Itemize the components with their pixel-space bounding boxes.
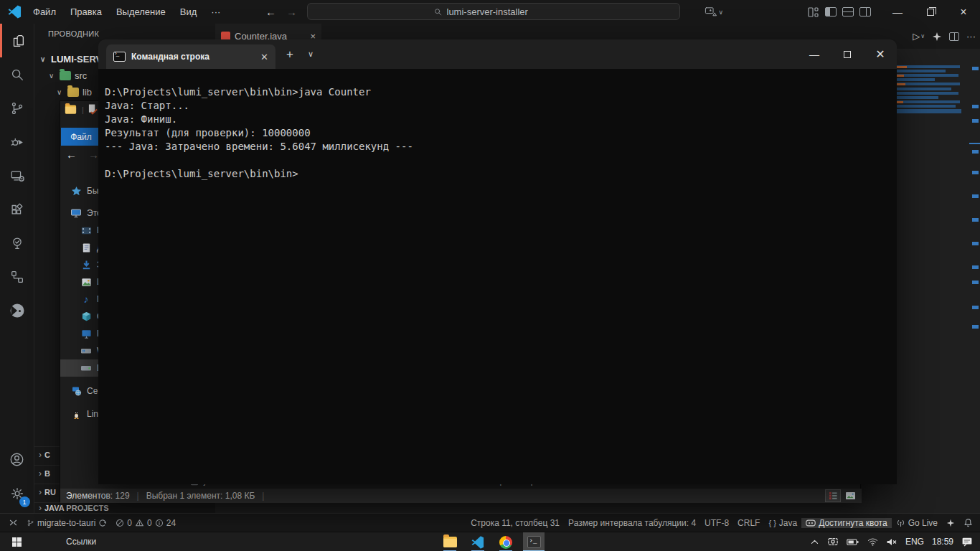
- screen-capture-icon[interactable]: [827, 537, 839, 547]
- taskbar-terminal-button[interactable]: ›_: [523, 532, 545, 551]
- terminal-maximize-button[interactable]: [831, 39, 864, 69]
- history-back-icon[interactable]: ←: [265, 6, 276, 18]
- chrome-icon: [499, 536, 512, 549]
- details-view-button[interactable]: [826, 490, 840, 501]
- nav-item-network[interactable]: Се: [70, 382, 98, 400]
- nav-item-quick-access[interactable]: Бы: [70, 182, 99, 199]
- terminal-window: Командная строка ✕ + ∨ — ✕ D:\Projects\l…: [98, 39, 897, 484]
- vscode-titlebar: Файл Правка Выделение Вид ··· ← → ∨: [0, 0, 980, 24]
- vscode-close-button[interactable]: ×: [947, 0, 980, 24]
- tab-dropdown-icon[interactable]: ∨: [308, 50, 314, 59]
- close-icon[interactable]: ✕: [260, 52, 268, 62]
- taskbar-file-explorer-button[interactable]: [439, 532, 461, 551]
- downloads-icon: [80, 259, 92, 270]
- notification-center-icon[interactable]: [961, 537, 973, 547]
- toggle-secondary-sidebar-icon[interactable]: [859, 7, 871, 17]
- thumbnail-view-button[interactable]: [843, 490, 857, 501]
- menu-edit[interactable]: Правка: [63, 4, 109, 20]
- split-editor-icon[interactable]: [949, 32, 959, 41]
- terminal-line: Java: Финиш.: [105, 113, 897, 127]
- project-view-button[interactable]: [0, 260, 34, 293]
- tree-item-src[interactable]: ∨ src: [49, 67, 87, 83]
- taskbar-vscode-button[interactable]: [467, 532, 489, 551]
- explorer-back-icon[interactable]: ←: [66, 149, 77, 161]
- vscode-logo-icon: [8, 5, 22, 19]
- src-folder-icon: [60, 71, 71, 80]
- menu-view[interactable]: Вид: [173, 4, 204, 20]
- tray-expand-icon[interactable]: [810, 538, 819, 545]
- gradle-view-button[interactable]: [0, 293, 34, 327]
- problems-status[interactable]: 0 0 24: [111, 518, 180, 528]
- search-input[interactable]: [447, 6, 555, 17]
- chevron-down-icon: ∨: [49, 72, 56, 80]
- run-java-button[interactable]: ▷∨: [913, 31, 925, 42]
- command-center-search[interactable]: [307, 3, 680, 20]
- encoding-status[interactable]: UTF-8: [700, 518, 733, 528]
- taskbar-chrome-button[interactable]: [495, 532, 517, 551]
- explorer-view-button[interactable]: [0, 24, 34, 57]
- copilot-warning-dropdown[interactable]: ∨: [705, 6, 723, 17]
- history-forward-icon[interactable]: →: [286, 6, 297, 18]
- vscode-restore-button[interactable]: [914, 0, 947, 24]
- chevron-right-icon: ›: [39, 450, 42, 460]
- tree-item-lib[interactable]: ∨ lib: [57, 84, 92, 100]
- menu-more[interactable]: ···: [204, 4, 227, 20]
- go-live-status[interactable]: Go Live: [892, 518, 942, 528]
- terminal-line: Java: Старт...: [105, 100, 897, 113]
- links-toolbar[interactable]: Ссылки: [66, 537, 96, 547]
- nav-item-linux[interactable]: Lin: [70, 405, 98, 423]
- input-language-indicator[interactable]: ENG: [905, 537, 924, 547]
- terminal-tab[interactable]: Командная строка ✕: [106, 44, 275, 69]
- section-label: С: [44, 451, 50, 459]
- terminal-close-button[interactable]: ✕: [864, 39, 897, 69]
- toggle-sidebar-icon[interactable]: [825, 7, 837, 17]
- toggle-panel-icon[interactable]: [842, 7, 854, 17]
- terminal-minimize-button[interactable]: —: [798, 39, 831, 69]
- explorer-forward-icon[interactable]: →: [88, 149, 99, 161]
- pictures-icon: [80, 276, 92, 288]
- documents-icon: [80, 242, 92, 253]
- linux-icon: [70, 408, 82, 420]
- properties-check-icon[interactable]: [88, 104, 98, 115]
- accounts-button[interactable]: [0, 443, 34, 476]
- nav-item-this-pc[interactable]: Это: [70, 204, 102, 222]
- run-debug-view-button[interactable]: [0, 125, 34, 159]
- extensions-view-button[interactable]: [0, 192, 34, 226]
- customize-layout-icon[interactable]: [808, 7, 819, 17]
- start-button[interactable]: [0, 532, 33, 551]
- indentation-status[interactable]: Размер интервала табуляции: 4: [564, 518, 700, 528]
- notifications-bell[interactable]: [959, 518, 980, 527]
- volume-muted-icon[interactable]: [886, 537, 897, 547]
- search-view-button[interactable]: [0, 57, 34, 91]
- file-explorer-icon: [443, 537, 457, 547]
- editor-scrollbar[interactable]: [969, 65, 980, 467]
- git-branch-status[interactable]: migrate-to-tauri: [22, 518, 111, 528]
- warning-icon: [135, 519, 144, 527]
- remote-indicator[interactable]: [0, 518, 22, 527]
- power-battery-icon[interactable]: [847, 537, 859, 547]
- testing-view-button[interactable]: [0, 226, 34, 260]
- sparkle-status[interactable]: [942, 519, 959, 527]
- sidebar-section-java-projects[interactable]: › JAVA PROJECTS: [34, 502, 215, 513]
- settings-button[interactable]: 1: [0, 476, 34, 510]
- terminal-titlebar[interactable]: Командная строка ✕ + ∨ — ✕: [98, 39, 897, 69]
- new-tab-button[interactable]: +: [286, 47, 293, 62]
- ribbon-tab-file[interactable]: Файл: [61, 128, 101, 146]
- source-control-view-button[interactable]: [0, 91, 34, 125]
- cursor-position-status[interactable]: Строка 11, столбец 31: [466, 518, 564, 528]
- sparkle-icon[interactable]: [932, 32, 942, 42]
- editor-more-actions-icon[interactable]: ···: [966, 31, 976, 42]
- minimap[interactable]: [895, 65, 961, 250]
- wifi-icon[interactable]: [867, 537, 878, 546]
- copilot-quota-status[interactable]: Достигнута квота: [801, 518, 891, 528]
- copilot-quota-label: Достигнута квота: [819, 518, 887, 528]
- language-mode-status[interactable]: { } Java: [764, 518, 801, 528]
- vscode-minimize-button[interactable]: —: [881, 0, 914, 24]
- eol-status[interactable]: CRLF: [733, 518, 764, 528]
- terminal-output[interactable]: D:\Projects\lumi_server\bin\bin>java Cou…: [98, 69, 897, 484]
- sparkle-icon: [946, 519, 955, 527]
- menu-selection[interactable]: Выделение: [109, 4, 173, 20]
- clock[interactable]: 18:59: [932, 537, 953, 547]
- remote-explorer-view-button[interactable]: [0, 159, 34, 192]
- menu-file[interactable]: Файл: [26, 4, 63, 20]
